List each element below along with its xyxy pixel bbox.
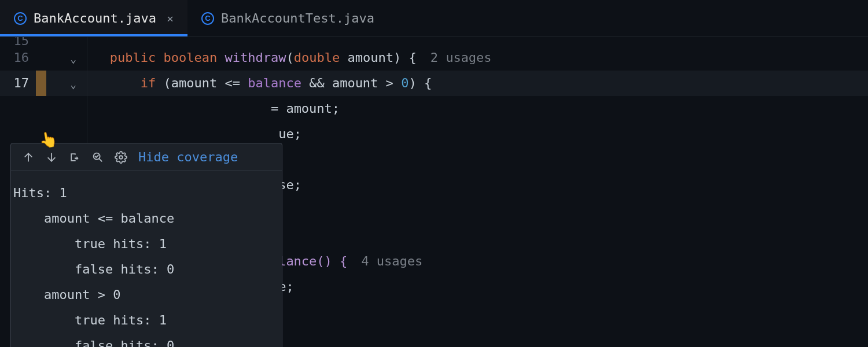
line-number: 15 — [0, 37, 36, 45]
code-line: 17 ⌄ if (amount <= balance && amount > 0… — [0, 71, 868, 96]
hide-coverage-link[interactable]: Hide coverage — [138, 150, 238, 164]
fold-gutter[interactable]: ⌄ — [46, 71, 87, 96]
tab-bankaccount[interactable]: C BankAccount.java × — [0, 0, 187, 36]
usages-hint[interactable]: 2 usages — [431, 50, 492, 65]
code-line: 15 — [0, 37, 868, 45]
code-line: = amount; — [0, 96, 868, 121]
tab-label: BankAccountTest.java — [221, 11, 374, 25]
arrow-down-icon[interactable] — [42, 148, 61, 167]
gear-icon[interactable] — [112, 148, 130, 167]
fold-gutter[interactable]: ⌄ — [46, 45, 87, 71]
chevron-down-icon[interactable]: ⌄ — [70, 72, 76, 97]
line-number: 16 — [0, 45, 36, 71]
coverage-popup: Hide coverage Hits: 1 amount <= balance … — [10, 143, 282, 347]
tab-bar: C BankAccount.java × C BankAccountTest.j… — [0, 0, 868, 37]
svg-line-3 — [99, 158, 102, 161]
code-text: if (amount <= balance && amount > 0) { — [87, 71, 868, 96]
java-class-icon: C — [201, 12, 214, 25]
line-number: 17 — [0, 71, 36, 96]
tab-bankaccounttest[interactable]: C BankAccountTest.java — [187, 0, 388, 36]
arrow-up-icon[interactable] — [19, 148, 38, 167]
tests-icon[interactable] — [89, 148, 107, 167]
chevron-down-icon[interactable]: ⌄ — [70, 46, 76, 72]
editor[interactable]: 15 16 ⌄ public boolean withdraw(double a… — [0, 37, 868, 347]
coverage-gutter[interactable] — [36, 45, 46, 71]
bytecode-icon[interactable] — [65, 148, 84, 167]
code-line: 16 ⌄ public boolean withdraw(double amou… — [0, 45, 868, 71]
close-icon[interactable]: × — [167, 12, 174, 25]
usages-hint[interactable]: 4 usages — [361, 254, 422, 268]
coverage-popup-toolbar: Hide coverage — [11, 143, 282, 171]
coverage-gutter-partial[interactable] — [36, 71, 46, 96]
code-text: public boolean withdraw(double amount) {… — [87, 45, 868, 71]
tab-label: BankAccount.java — [34, 11, 156, 25]
coverage-popup-body: Hits: 1 amount <= balance true hits: 1 f… — [11, 171, 282, 347]
java-class-icon: C — [14, 12, 27, 25]
svg-point-4 — [119, 156, 123, 159]
coverage-gutter[interactable] — [36, 37, 46, 45]
code-text: = amount; — [87, 96, 868, 121]
